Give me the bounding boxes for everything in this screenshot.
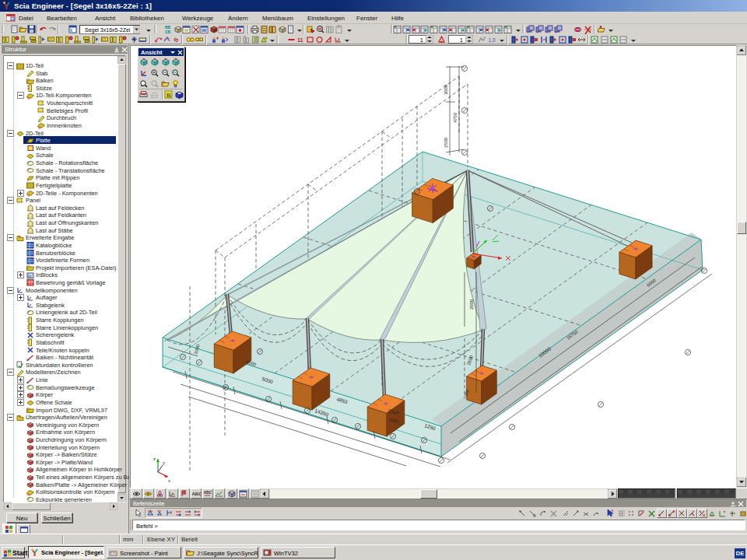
- svg-text:2000: 2000: [469, 299, 474, 310]
- svg-text:11: 11: [297, 37, 303, 43]
- svg-text:z: z: [153, 457, 156, 461]
- svg-text:3000: 3000: [444, 85, 448, 95]
- svg-text:y: y: [163, 460, 165, 465]
- svg-text:2500: 2500: [444, 138, 448, 148]
- svg-text:B: B: [167, 92, 171, 99]
- svg-text:1,0: 1,0: [489, 37, 496, 43]
- svg-text:4750: 4750: [453, 113, 458, 123]
- svg-text:In: In: [28, 273, 31, 278]
- svg-text:x: x: [168, 478, 170, 483]
- svg-text:ABC: ABC: [204, 490, 212, 495]
- svg-text:CB: CB: [165, 30, 171, 34]
- svg-text:ABC: ABC: [192, 492, 202, 496]
